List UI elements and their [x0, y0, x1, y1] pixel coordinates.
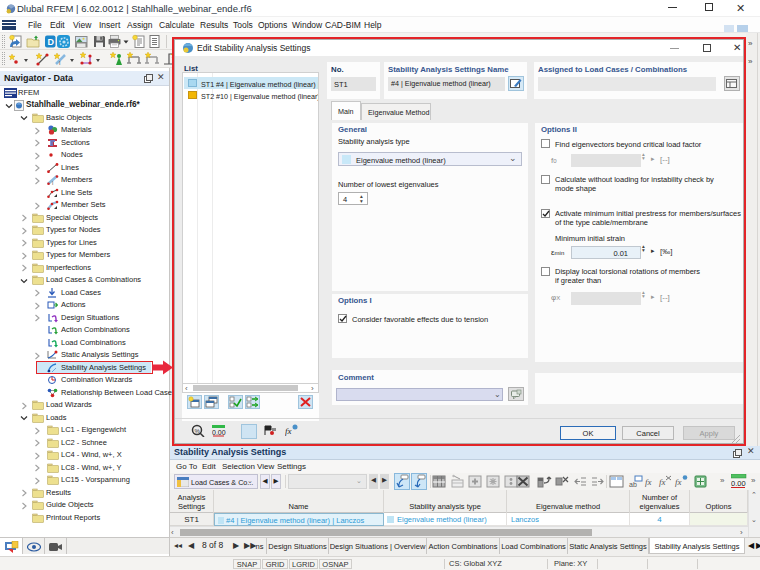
svg-text:fx: fx: [285, 426, 292, 436]
svg-text:I: I: [52, 181, 53, 185]
svg-text:I: I: [59, 60, 60, 66]
svg-text:0.00: 0.00: [731, 479, 746, 488]
svg-text:D: D: [48, 37, 55, 47]
svg-text:0.00: 0.00: [212, 429, 226, 436]
svg-text:fx: fx: [675, 477, 682, 487]
svg-text:fx: fx: [645, 477, 652, 487]
svg-text:%: %: [195, 428, 201, 434]
svg-text:fx: fx: [659, 477, 666, 487]
svg-text:ab: ab: [629, 481, 637, 488]
